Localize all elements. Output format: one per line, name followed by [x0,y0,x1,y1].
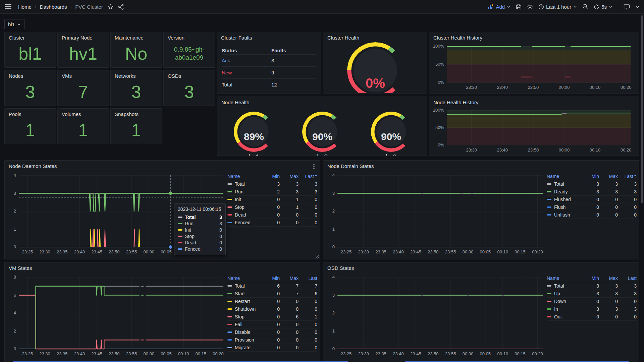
chart-tooltip: 2023-12-11 00:06:15 Total3Run3Init0Stop0… [174,203,226,255]
tooltip-row-stop: Stop0 [178,233,222,239]
refresh-icon[interactable] [594,4,599,10]
svg-text:23:35: 23:35 [375,249,386,254]
time-range-picker[interactable]: Last 1 hour [538,4,577,10]
add-label: Add [496,4,505,10]
tooltip-row-init: Init0 [178,227,222,233]
panel-title: Cluster [9,35,25,41]
node-health-gauge-hv1: 89% hv1 [234,112,274,152]
tv-mode-icon[interactable] [624,4,630,10]
legend-header: NameMinMaxLast [547,173,637,180]
svg-text:00:20: 00:20 [621,85,632,90]
save-dashboard-icon[interactable] [516,4,522,10]
breadcrumb-dashboards[interactable]: Dashboards [40,4,67,10]
add-chart-icon [488,4,494,9]
gauge-label: hv2 [296,153,349,156]
legend-row-fenced[interactable]: Fenced000 [227,219,317,227]
legend-row-migrate[interactable]: Migrate000 [227,344,317,352]
svg-text:23:25: 23:25 [341,351,352,356]
legend-row-total[interactable]: Total677 [227,282,317,290]
breadcrumb-current: PVC Cluster [75,4,103,10]
legend-row-flushed[interactable]: Flushed000 [547,196,637,203]
hamburger-menu-icon[interactable] [5,4,11,9]
svg-text:23:50: 23:50 [109,351,120,356]
stat-value: 1 [58,120,109,140]
col-status[interactable]: Status [222,48,237,53]
legend-row-disable[interactable]: Disable000 [227,328,317,336]
panel-snapshots: Snapshots 1 [110,108,162,144]
legend-row-down[interactable]: Down000 [547,298,637,305]
scrollbar-thumb[interactable] [641,15,643,203]
vm-states-chart[interactable]: 0246823:2523:3023:3523:4023:4523:5023:55… [6,273,226,360]
legend-header: NameMinMaxLast [227,173,317,180]
svg-text:23:40: 23:40 [497,147,508,153]
fault-status-new[interactable]: New [222,70,232,75]
legend-row-total[interactable]: Total333 [227,180,317,188]
legend-row-total[interactable]: Total333 [547,282,637,290]
svg-text:00:10: 00:10 [590,85,601,90]
svg-text:2: 2 [14,328,16,334]
share-icon[interactable] [118,4,124,10]
legend-row-init[interactable]: Init010 [227,196,317,203]
svg-text:23:45: 23:45 [91,249,102,254]
node-health-history-chart[interactable]: 0%50%100%23:3023:4023:5000:0000:1000:20 [432,108,633,155]
svg-text:50%: 50% [435,62,444,67]
star-icon[interactable] [108,4,113,10]
breadcrumb-home[interactable]: Home [18,4,32,10]
cluster-health-history-chart[interactable]: 0%50%100%23:3023:4023:5000:0000:1000:20 [432,44,633,92]
svg-text:1: 1 [332,328,335,334]
panel-resize-handle[interactable] [315,255,319,258]
svg-text:00:00: 00:00 [143,249,154,254]
legend-row-stop[interactable]: Stop010 [227,203,317,211]
legend-row-flush[interactable]: Flush000 [547,203,637,211]
time-range-label: Last 1 hour [546,4,571,10]
add-panel-button[interactable]: Add [488,4,511,10]
osd-states-chart[interactable]: 0123423:2523:3023:3523:4023:4523:5023:55… [325,273,545,360]
legend-row-fail[interactable]: Fail000 [227,321,317,328]
legend-row-ready[interactable]: Ready333 [547,188,637,196]
panel-volumes: Volumes 1 [57,108,109,144]
svg-text:00:05: 00:05 [161,351,172,356]
panel-title: Node Health [221,100,249,105]
legend-row-unflush[interactable]: Unflush000 [547,211,637,219]
node-health-gauge-hv3: 90% hv3 [371,112,411,152]
svg-text:00:15: 00:15 [196,351,207,356]
legend-row-up[interactable]: Up333 [547,290,637,298]
legend-row-run[interactable]: Run233 [227,188,317,196]
cluster-health-gauge: 0% [347,42,404,94]
legend-row-out[interactable]: Out000 [547,313,637,321]
col-faults[interactable]: Faults [271,48,286,53]
svg-text:23:30: 23:30 [466,147,477,153]
legend-row-total[interactable]: Total333 [547,180,637,188]
zoom-out-icon[interactable] [582,4,588,10]
svg-text:4: 4 [14,310,16,315]
svg-text:23:45: 23:45 [91,351,102,356]
svg-text:4: 4 [332,173,335,178]
svg-text:00:05: 00:05 [480,249,491,254]
refresh-interval-label[interactable]: 5s [601,4,607,10]
svg-text:23:55: 23:55 [126,249,137,254]
chevron-down-icon[interactable] [635,5,639,8]
breadcrumb-separator: › [35,4,37,9]
legend-row-provision[interactable]: Provision000 [227,336,317,344]
legend-row-dead[interactable]: Dead000 [227,211,317,219]
dashboard-settings-icon[interactable] [527,4,533,10]
node-domain-states-chart[interactable]: 0123423:2523:3023:3523:4023:4523:5023:55… [325,171,545,258]
stat-value: bl1 [5,44,56,64]
legend-row-start[interactable]: Start076 [227,290,317,298]
fault-status-ack[interactable]: Ack [222,58,230,63]
fault-count: 3 [271,58,274,63]
legend-row-shutdown[interactable]: Shutdown000 [227,305,317,313]
legend-row-stop[interactable]: Stop061 [227,313,317,321]
panel-osds: OSDs 3 [163,70,215,106]
svg-text:00:00: 00:00 [559,147,570,153]
chevron-down-icon[interactable] [609,5,612,8]
svg-text:2: 2 [14,208,16,214]
svg-text:3: 3 [14,191,16,196]
panel-osd-states: OSD States 0123423:2523:3023:3523:4023:4… [323,262,639,362]
legend-row-in[interactable]: In333 [547,305,637,313]
panel-menu-icon[interactable] [311,163,317,169]
svg-text:00:00: 00:00 [463,351,474,356]
vm-states-legend: NameMinMaxLastTotal677Start076Restart000… [227,275,317,352]
legend-row-restart[interactable]: Restart000 [227,298,317,305]
variable-picker-bl1[interactable]: bl1 [4,19,24,29]
